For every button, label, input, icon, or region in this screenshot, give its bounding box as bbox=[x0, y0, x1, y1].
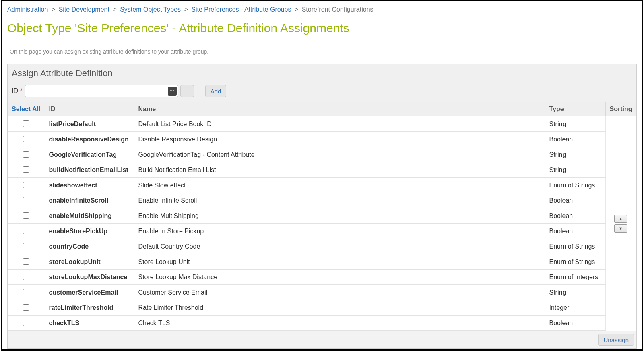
page-description: On this page you can assign existing att… bbox=[6, 41, 638, 64]
row-name: GoogleVerificationTag - Content Attribut… bbox=[134, 147, 545, 162]
row-name: Disable Responsive Design bbox=[134, 132, 545, 147]
row-type: Boolean bbox=[545, 208, 605, 224]
breadcrumb-link-site-development[interactable]: Site Development bbox=[59, 6, 109, 13]
row-type: Boolean bbox=[545, 224, 605, 239]
row-id: enableInfiniteScroll bbox=[45, 193, 134, 208]
row-select-checkbox[interactable] bbox=[23, 228, 29, 234]
row-type: String bbox=[545, 147, 605, 162]
row-select-cell bbox=[8, 300, 45, 316]
sorting-cell: ▲▼ bbox=[605, 116, 636, 331]
row-id: enableMultiShipping bbox=[45, 208, 134, 224]
breadcrumb-separator: > bbox=[52, 6, 55, 13]
row-select-cell bbox=[8, 224, 45, 239]
row-id: countryCode bbox=[45, 239, 134, 254]
table-row: buildNotificationEmailListBuild Notifica… bbox=[8, 162, 636, 178]
table-row: enableInfiniteScrollEnable Infinite Scro… bbox=[8, 193, 636, 208]
row-select-cell bbox=[8, 208, 45, 224]
row-select-checkbox[interactable] bbox=[23, 151, 29, 158]
table-row: listPriceDefaultDefault List Price Book … bbox=[8, 116, 636, 132]
row-select-cell bbox=[8, 162, 45, 178]
row-id: disableResponsiveDesign bbox=[45, 132, 134, 147]
row-id: rateLimiterThreshold bbox=[45, 300, 134, 316]
breadcrumb-separator: > bbox=[184, 6, 188, 13]
row-type: String bbox=[545, 116, 605, 132]
required-marker: * bbox=[20, 87, 22, 94]
row-type: Enum of Strings bbox=[545, 178, 605, 193]
id-label: ID:* bbox=[12, 87, 23, 95]
table-row: slideshoweffectSlide Slow effectEnum of … bbox=[8, 178, 636, 193]
breadcrumb-link-administration[interactable]: Administration bbox=[7, 6, 48, 13]
breadcrumb: Administration > Site Development > Syst… bbox=[6, 4, 638, 17]
row-select-cell bbox=[8, 132, 45, 147]
row-name: Store Lookup Max Distance bbox=[134, 270, 545, 285]
add-button[interactable]: Add bbox=[205, 85, 227, 97]
row-select-cell bbox=[8, 316, 45, 331]
column-header-sorting: Sorting bbox=[605, 102, 636, 116]
panel-title: Assign Attribute Definition bbox=[12, 68, 632, 79]
row-select-checkbox[interactable] bbox=[23, 243, 29, 249]
row-type: Integer bbox=[545, 300, 605, 316]
row-name: Slide Slow effect bbox=[134, 178, 545, 193]
browse-button[interactable]: ... bbox=[180, 85, 194, 97]
row-name: Default List Price Book ID bbox=[134, 116, 545, 132]
row-select-cell bbox=[8, 285, 45, 300]
row-name: Rate Limiter Threshold bbox=[134, 300, 545, 316]
breadcrumb-separator: > bbox=[295, 6, 298, 13]
row-select-checkbox[interactable] bbox=[23, 320, 29, 326]
row-select-checkbox[interactable] bbox=[23, 120, 29, 127]
id-picker-button[interactable]: ••• bbox=[168, 87, 177, 96]
row-name: Enable MultiShipping bbox=[134, 208, 545, 224]
table-row: enableStorePickUpEnable In Store PickupB… bbox=[8, 224, 636, 239]
row-id: storeLookupMaxDistance bbox=[45, 270, 134, 285]
move-down-button[interactable]: ▼ bbox=[614, 224, 627, 233]
breadcrumb-link-attribute-groups[interactable]: Site Preferences - Attribute Groups bbox=[191, 6, 291, 13]
move-up-button[interactable]: ▲ bbox=[614, 215, 627, 223]
row-select-checkbox[interactable] bbox=[23, 289, 29, 295]
column-header-type: Type bbox=[545, 102, 605, 116]
arrow-down-icon: ▼ bbox=[619, 226, 623, 231]
row-name: Store Lookup Unit bbox=[134, 254, 545, 270]
id-input[interactable] bbox=[25, 85, 178, 97]
row-type: Enum of Integers bbox=[545, 270, 605, 285]
row-select-checkbox[interactable] bbox=[23, 212, 29, 219]
attribute-table: Select All ID Name Type Sorting listPric… bbox=[8, 102, 636, 331]
row-name: Build Notification Email List bbox=[134, 162, 545, 178]
row-select-checkbox[interactable] bbox=[23, 182, 29, 188]
table-row: storeLookupUnitStore Lookup UnitEnum of … bbox=[8, 254, 636, 270]
id-label-text: ID: bbox=[12, 87, 20, 94]
row-select-checkbox[interactable] bbox=[23, 197, 29, 203]
table-row: enableMultiShippingEnable MultiShippingB… bbox=[8, 208, 636, 224]
table-row: rateLimiterThresholdRate Limiter Thresho… bbox=[8, 300, 636, 316]
breadcrumb-link-system-object-types[interactable]: System Object Types bbox=[120, 6, 181, 13]
row-select-checkbox[interactable] bbox=[23, 166, 29, 173]
table-row: disableResponsiveDesignDisable Responsiv… bbox=[8, 132, 636, 147]
row-name: Check TLS bbox=[134, 316, 545, 331]
assign-panel: Assign Attribute Definition ID:* ••• ...… bbox=[7, 64, 637, 349]
row-select-checkbox[interactable] bbox=[23, 258, 29, 265]
breadcrumb-current: Storefront Configurations bbox=[302, 6, 374, 13]
row-select-checkbox[interactable] bbox=[23, 136, 29, 142]
row-select-checkbox[interactable] bbox=[23, 274, 29, 280]
row-id: enableStorePickUp bbox=[45, 224, 134, 239]
table-row: countryCodeDefault Country CodeEnum of S… bbox=[8, 239, 636, 254]
select-all-link[interactable]: Select All bbox=[12, 106, 40, 112]
column-header-id: ID bbox=[45, 102, 134, 116]
row-type: Enum of Strings bbox=[545, 239, 605, 254]
row-type: Enum of Strings bbox=[545, 254, 605, 270]
row-select-cell bbox=[8, 147, 45, 162]
row-type: String bbox=[545, 285, 605, 300]
row-id: checkTLS bbox=[45, 316, 134, 331]
row-select-checkbox[interactable] bbox=[23, 304, 29, 311]
row-id: GoogleVerificationTag bbox=[45, 147, 134, 162]
table-row: storeLookupMaxDistanceStore Lookup Max D… bbox=[8, 270, 636, 285]
row-id: listPriceDefault bbox=[45, 116, 134, 132]
row-type: String bbox=[545, 162, 605, 178]
unassign-button[interactable]: Unassign bbox=[598, 334, 634, 346]
row-select-cell bbox=[8, 239, 45, 254]
row-name: Enable Infinite Scroll bbox=[134, 193, 545, 208]
row-select-cell bbox=[8, 178, 45, 193]
row-id: slideshoweffect bbox=[45, 178, 134, 193]
breadcrumb-separator: > bbox=[113, 6, 116, 13]
row-name: Default Country Code bbox=[134, 239, 545, 254]
row-type: Boolean bbox=[545, 316, 605, 331]
